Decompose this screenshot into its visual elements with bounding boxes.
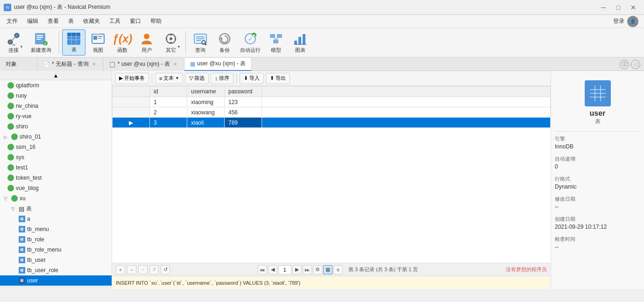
sidebar-item-token-test[interactable]: token_test	[0, 173, 112, 183]
tab-untitled-query[interactable]: 📄 * 无标题 - 查询 ✕	[37, 58, 103, 71]
toolbar-user[interactable]: 用户	[135, 29, 158, 56]
sidebar-scroll-down[interactable]: ▼	[0, 287, 112, 289]
tab-query-close[interactable]: ✕	[91, 61, 97, 67]
row-3-username[interactable]: xiaoli	[187, 118, 225, 128]
sidebar-item-a[interactable]: ▦ a	[0, 214, 112, 224]
toolbar-other[interactable]: 其它 ▼	[159, 29, 183, 56]
row-3-id[interactable]: 3	[150, 118, 187, 128]
close-button[interactable]: ✕	[626, 3, 640, 12]
menu-view[interactable]: 查看	[43, 15, 64, 27]
sidebar-item-tb-user-role[interactable]: ▦ tb_user_role	[0, 265, 112, 275]
toolbar-backup[interactable]: 备份	[213, 29, 236, 56]
text-btn[interactable]: ≡ 文本 ▼	[155, 73, 183, 84]
svg-point-23	[95, 34, 97, 35]
sidebar-scroll-up[interactable]: ▲	[0, 71, 112, 80]
row-3-empty	[262, 118, 551, 128]
sidebar-item-ruoy[interactable]: ruoy	[0, 91, 112, 101]
cancel-btn[interactable]: ✗	[149, 265, 159, 274]
grid-view-btn[interactable]: ▦	[323, 265, 333, 274]
remove-row-btn[interactable]: −	[127, 265, 136, 274]
sidebar-item-tb-menu[interactable]: ▦ tb_menu	[0, 224, 112, 234]
sidebar-item-tb-user[interactable]: ▦ tb_user	[0, 255, 112, 265]
sidebar-item-ssm16[interactable]: ssm_16	[0, 142, 112, 152]
last-page-btn[interactable]: ⏭	[303, 265, 312, 274]
menu-file[interactable]: 文件	[2, 15, 22, 27]
sidebar-item-sys[interactable]: sys	[0, 152, 112, 162]
toolbar-table[interactable]: 表	[62, 29, 85, 56]
refresh-btn[interactable]: ↺	[161, 265, 170, 274]
toolbar-autorun[interactable]: ✓ ▶ 自动运行	[237, 29, 263, 56]
col-id-header[interactable]: id	[150, 86, 187, 97]
menu-table[interactable]: 表	[64, 15, 78, 27]
col-username-header[interactable]: username	[187, 86, 225, 97]
sidebar-item-rw-china[interactable]: rw_china	[0, 101, 112, 111]
next-page-btn[interactable]: ▶	[292, 265, 302, 274]
row-1-password[interactable]: 123	[225, 97, 262, 107]
tab-edit-close[interactable]: ✕	[172, 61, 178, 67]
sql-text: INSERT INTO `xu`.`user`(`id`, `username`…	[116, 280, 547, 286]
prev-page-btn[interactable]: ◀	[268, 265, 277, 274]
toolbar-connect[interactable]: ⚙ 连接 ▼	[2, 29, 25, 56]
sidebar-item-ry-vue[interactable]: ry-vue	[0, 111, 112, 121]
tab-untitled-label: * 无标题 - 查询	[52, 60, 89, 68]
row-2-password[interactable]: 456	[225, 107, 262, 118]
add-row-btn[interactable]: +	[116, 265, 125, 274]
page-number-input[interactable]	[278, 265, 291, 274]
filter-btn[interactable]: ▽ 筛选	[185, 73, 209, 84]
sidebar-item-shiro[interactable]: shiro	[0, 121, 112, 132]
sidebar-item-user[interactable]: ▦ user	[0, 275, 112, 286]
preview-icon[interactable]: ⬜	[631, 60, 640, 69]
row-1-id[interactable]: 1	[150, 97, 187, 107]
minimize-button[interactable]: ─	[596, 3, 610, 12]
maximize-button[interactable]: □	[611, 3, 625, 12]
sidebar-label-shiro01: shiro_01	[20, 133, 41, 140]
toolbar-new-query[interactable]: + 新建查询	[26, 29, 56, 56]
tab-object[interactable]: 对象	[0, 58, 37, 71]
row-2-id[interactable]: 2	[150, 107, 187, 118]
table-row-selected[interactable]: ▶ 3 xiaoli 789	[113, 118, 551, 128]
menu-favorites[interactable]: 收藏夹	[78, 15, 105, 27]
folder-icon-tables: ▤	[19, 205, 24, 212]
svg-line-47	[275, 38, 276, 40]
login-button[interactable]: 登录	[613, 17, 624, 25]
tab-user-table-active[interactable]: ▦ user @xu (xjm) - 表	[184, 58, 252, 71]
sidebar-item-xu[interactable]: ▽ xu	[0, 193, 112, 204]
row-2-username[interactable]: xiaowang	[187, 107, 225, 118]
db-icon-token-test	[7, 175, 14, 181]
sidebar-item-tb-role-menu[interactable]: ▦ tb_role_menu	[0, 245, 112, 255]
toolbar-view[interactable]: 视图	[86, 29, 110, 56]
table-row[interactable]: 2 xiaowang 456	[113, 107, 551, 118]
table-row[interactable]: 1 xiaoming 123	[113, 97, 551, 107]
toolbar-model[interactable]: 模型	[264, 29, 288, 56]
sidebar-item-tb-role[interactable]: ▦ tb_role	[0, 234, 112, 245]
sidebar-item-qplatform[interactable]: qplatform	[0, 80, 112, 91]
confirm-btn[interactable]: ✓	[138, 265, 148, 274]
first-page-btn[interactable]: ⏮	[258, 265, 267, 274]
import-btn[interactable]: ⬇ 导入	[240, 73, 264, 84]
user-avatar[interactable]: 👤	[627, 16, 638, 27]
info-icon[interactable]: ⓘ	[620, 60, 629, 69]
sort-btn[interactable]: ↕ 排序	[211, 73, 234, 84]
engine-value: InnoDB	[555, 143, 640, 150]
menu-help[interactable]: 帮助	[146, 15, 166, 27]
toolbar-functions[interactable]: ƒ(x) 函数	[111, 29, 134, 56]
menu-window[interactable]: 窗口	[125, 15, 146, 27]
begin-transaction-btn[interactable]: ▶ 开始事务	[115, 73, 149, 84]
title-bar: N user @xu (xjm) - 表 - Navicat Premium ─…	[0, 0, 644, 15]
export-btn[interactable]: ⬆ 导出	[266, 73, 290, 84]
menu-tools[interactable]: 工具	[105, 15, 125, 27]
tab-user-table-edit[interactable]: 📋 * user @xu (xjm) - 表 ✕	[103, 58, 184, 71]
col-password-header[interactable]: password	[225, 86, 262, 97]
sidebar-item-tables-folder[interactable]: ▽ ▤ 表	[0, 204, 112, 214]
sidebar-item-test1[interactable]: test1	[0, 162, 112, 173]
window-controls[interactable]: ─ □ ✕	[596, 3, 640, 12]
menu-edit[interactable]: 编辑	[22, 15, 43, 27]
list-view-btn[interactable]: ≡	[333, 265, 343, 274]
toolbar-query[interactable]: 查询	[189, 29, 212, 56]
settings-btn[interactable]: ⚙	[313, 265, 322, 274]
toolbar-chart[interactable]: 图表	[289, 29, 312, 56]
sidebar-item-vue-blog[interactable]: vue_blog	[0, 183, 112, 193]
sidebar-item-shiro01[interactable]: ▷ shiro_01	[0, 132, 112, 142]
row-3-password[interactable]: 789	[225, 118, 262, 128]
row-1-username[interactable]: xiaoming	[187, 97, 225, 107]
